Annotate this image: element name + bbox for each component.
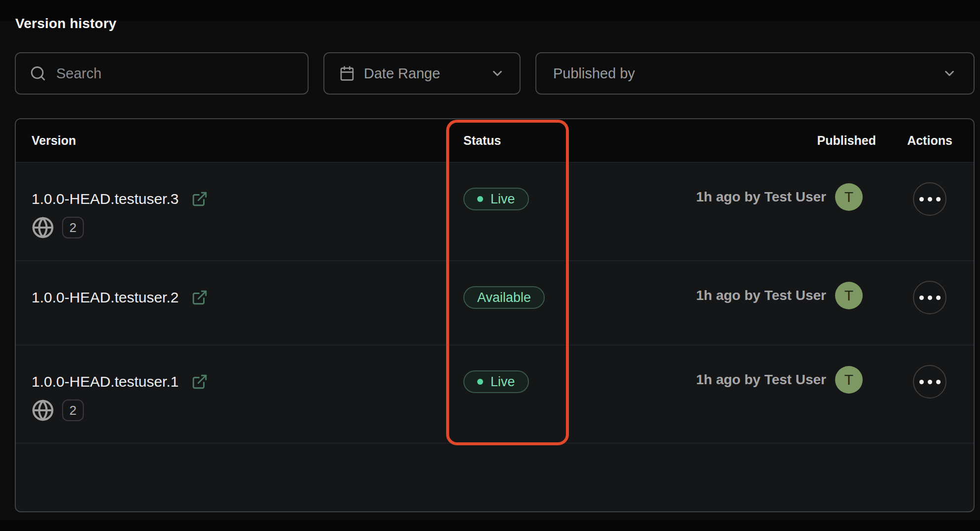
version-name: 1.0.0-HEAD.testuser.1 [32, 373, 178, 390]
actions-cell [886, 163, 974, 216]
published-info: 1h ago by Test User [696, 189, 826, 205]
table-row: 1.0.0-HEAD.testuser.1 2 Live 1h ago by T… [16, 345, 974, 443]
status-cell: Live [463, 345, 585, 393]
ellipsis-icon [919, 296, 924, 300]
version-cell: 1.0.0-HEAD.testuser.3 2 [32, 163, 463, 239]
published-info: 1h ago by Test User [696, 372, 826, 388]
column-header-actions: Actions [886, 133, 974, 148]
top-strip [0, 0, 980, 21]
status-cell: Live [463, 163, 585, 210]
search-field[interactable] [15, 52, 309, 95]
chevron-down-icon [942, 66, 957, 81]
version-history-table: Version Status Published Actions 1.0.0-H… [15, 118, 975, 512]
locale-count-badge: 2 [62, 399, 84, 421]
external-link-icon[interactable] [191, 191, 208, 207]
avatar: T [835, 282, 863, 309]
status-badge: Live [463, 188, 529, 210]
globe-icon [32, 216, 54, 239]
status-label: Available [477, 290, 531, 305]
column-header-version: Version [32, 133, 463, 148]
date-range-dropdown[interactable]: Date Range [323, 52, 521, 95]
row-actions-button[interactable] [913, 182, 946, 216]
table-row: 1.0.0-HEAD.testuser.2 Available 1h ago b… [16, 261, 974, 345]
row-actions-button[interactable] [913, 281, 946, 314]
chevron-down-icon [490, 66, 505, 81]
column-header-published: Published [585, 133, 886, 148]
calendar-icon [339, 66, 355, 81]
version-name: 1.0.0-HEAD.testuser.3 [32, 191, 178, 207]
version-cell: 1.0.0-HEAD.testuser.2 [32, 261, 463, 311]
status-label: Live [490, 192, 515, 207]
ellipsis-icon [919, 197, 924, 201]
locale-count-badge: 2 [62, 217, 84, 238]
bottom-strip [0, 520, 980, 531]
live-dot-icon [477, 196, 483, 202]
published-cell: 1h ago by Test User T [585, 261, 886, 309]
published-by-dropdown[interactable]: Published by [535, 52, 975, 95]
column-header-status: Status [463, 133, 585, 148]
date-range-label: Date Range [364, 66, 440, 82]
live-dot-icon [477, 379, 483, 385]
avatar: T [835, 366, 863, 394]
table-header-row: Version Status Published Actions [16, 119, 974, 163]
external-link-icon[interactable] [191, 373, 208, 390]
actions-cell [886, 345, 974, 398]
filter-bar: Date Range Published by [15, 52, 975, 95]
version-cell: 1.0.0-HEAD.testuser.1 2 [32, 345, 463, 422]
avatar: T [835, 183, 863, 211]
globe-icon [32, 399, 54, 422]
search-input[interactable] [56, 66, 294, 82]
table-row: 1.0.0-HEAD.testuser.3 2 Live 1h ago by T… [16, 163, 974, 261]
page-title: Version history [15, 16, 116, 32]
external-link-icon[interactable] [191, 289, 208, 306]
published-by-label: Published by [553, 66, 635, 82]
status-cell: Available [463, 261, 585, 309]
published-cell: 1h ago by Test User T [585, 163, 886, 211]
status-label: Live [490, 374, 515, 390]
row-actions-button[interactable] [913, 365, 946, 398]
version-name: 1.0.0-HEAD.testuser.2 [32, 289, 178, 306]
published-info: 1h ago by Test User [696, 288, 826, 303]
published-cell: 1h ago by Test User T [585, 345, 886, 394]
status-badge: Live [463, 370, 529, 393]
ellipsis-icon [919, 380, 924, 384]
actions-cell [886, 261, 974, 314]
search-icon [30, 65, 46, 82]
status-badge: Available [463, 286, 545, 309]
